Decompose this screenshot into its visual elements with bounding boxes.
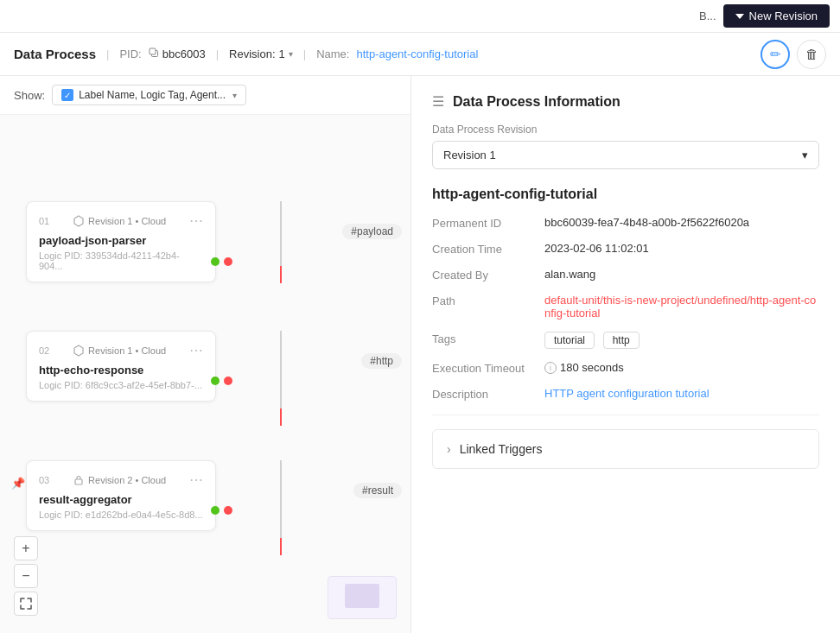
permanent-id-row: Permanent ID bbc60039-fea7-4b48-a00b-2f5… [432,216,819,230]
svg-marker-9 [74,345,83,356]
node-header: 02 Revision 1 • Cloud ⋯ [39,342,203,358]
zoom-out-button[interactable]: − [14,564,38,588]
info-icon[interactable]: i [544,362,557,374]
revision-select-value: Revision 1 [443,149,496,161]
node-title: result-aggregator [39,493,203,506]
permanent-id-value: bbc60039-fea7-4b48-a00b-2f5622f6020a [544,216,819,230]
canvas-area: 01 Revision 1 • Cloud ⋯ payload-json-par… [0,115,410,633]
node-card: 📌 03 Revision 2 • Cloud ⋯ result-aggrega… [26,460,216,531]
dot-green-icon [211,506,220,515]
page-title: Data Process [14,47,96,61]
panel-menu-icon[interactable]: ☰ [432,93,444,110]
process-name-heading: http-agent-config-tutorial [432,187,819,202]
revision-selector[interactable]: Revision: 1 ▾ [229,47,293,60]
node-pid: Logic PID: e1d262bd-e0a4-4e5c-8d8... [39,510,203,520]
revision-label: Revision: [229,47,275,60]
header: Data Process | PID: bbc6003 | Revision: … [0,33,840,76]
revision-chevron-icon: ▾ [289,49,293,59]
pin-icon: 📌 [11,477,25,490]
execution-timeout-value: i 180 seconds [544,361,819,375]
left-panel: Show: Label Name, Logic Tag, Agent... ▾ [0,76,411,633]
tags-value: tutorial http [544,332,819,349]
main-content: Show: Label Name, Logic Tag, Agent... ▾ [0,76,840,633]
tag-http: http [603,332,640,349]
creation-time-label: Creation Time [432,242,544,256]
node-more-icon[interactable]: ⋯ [189,342,203,358]
linked-triggers-label: Linked Triggers [460,442,543,456]
zoom-controls: + − [14,536,38,616]
execution-timeout-row: Execution Timeout i 180 seconds [432,361,819,375]
panel-title: Data Process Information [453,94,620,110]
path-value: default-unit/this-is-new-project/undefin… [544,294,819,320]
edit-button[interactable]: ✏ [760,40,790,69]
minimap-inner [345,584,379,608]
pid-value: bbc6003 [149,47,206,60]
svg-rect-1 [150,48,156,54]
hex-icon [73,215,85,227]
created-by-row: Created By alan.wang [432,268,819,282]
created-by-value: alan.wang [544,268,819,282]
description-value: HTTP agent configuration tutorial [544,387,819,401]
node-title: payload-json-parser [39,234,203,247]
pid-label: PID: [119,47,141,60]
fullscreen-icon [20,598,32,610]
node-revision: Revision 2 • Cloud [73,474,166,486]
node-tag: #http [361,353,402,369]
copy-icon[interactable] [149,47,159,60]
node-pid: Logic PID: 339534dd-4211-42b4-904... [39,250,203,271]
node-tag: #result [353,483,402,498]
creation-time-value: 2023-02-06 11:02:01 [544,242,819,256]
description-label: Description [432,387,544,401]
minimap [328,576,397,619]
node-header: 03 Revision 2 • Cloud ⋯ [39,472,203,488]
linked-triggers-section[interactable]: › Linked Triggers [432,429,819,469]
filter-selector[interactable]: Label Name, Logic Tag, Agent... ▾ [52,85,246,105]
execution-timeout-label: Execution Timeout [432,361,544,375]
node-tag: #payload [342,224,402,239]
node-card: 02 Revision 1 • Cloud ⋯ http-echo-respon… [26,331,216,402]
divider [432,415,819,415]
revision-select[interactable]: Revision 1 ▾ [432,141,819,169]
checkbox-checked-icon [61,89,73,101]
hex-icon [73,345,85,357]
path-row: Path default-unit/this-is-new-project/un… [432,294,819,320]
node-title: http-echo-response [39,364,203,377]
topbar-extra: B... [699,9,716,22]
zoom-in-button[interactable]: + [14,536,38,560]
delete-button[interactable]: 🗑 [797,40,826,69]
node-number: 02 [39,345,49,356]
node-number: 01 [39,216,49,226]
topbar: B... New Revision [0,0,840,33]
node-pid: Logic PID: 6f8c9cc3-af2e-45ef-8bb7-... [39,380,203,390]
name-label: Name: [316,47,349,60]
dot-green-icon [211,257,220,266]
lock-icon [73,474,85,486]
node-more-icon[interactable]: ⋯ [189,472,203,488]
new-revision-button[interactable]: New Revision [723,4,830,28]
linked-triggers-chevron-icon: › [447,442,451,456]
fullscreen-button[interactable] [14,592,38,616]
description-row: Description HTTP agent configuration tut… [432,387,819,401]
creation-time-row: Creation Time 2023-02-06 11:02:01 [432,242,819,256]
dot-red-icon [224,377,232,385]
tags-label: Tags [432,332,544,349]
dot-red-icon [224,506,232,515]
show-bar: Show: Label Name, Logic Tag, Agent... ▾ [0,76,410,115]
revision-field-label: Data Process Revision [432,123,819,136]
svg-rect-10 [75,479,82,484]
filter-chevron-icon: ▾ [232,91,237,100]
show-label: Show: [14,89,45,102]
node-header: 01 Revision 1 • Cloud ⋯ [39,212,203,229]
permanent-id-label: Permanent ID [432,216,544,230]
dot-red-icon [224,257,232,266]
revision-select-chevron-icon: ▾ [802,149,808,161]
node-number: 03 [39,475,49,485]
node-more-icon[interactable]: ⋯ [189,212,203,229]
revision-value: 1 [279,47,285,60]
dot-green-icon [211,377,220,385]
node-revision: Revision 1 • Cloud [73,345,166,357]
created-by-label: Created By [432,268,544,282]
filter-value: Label Name, Logic Tag, Agent... [79,89,226,101]
node-revision: Revision 1 • Cloud [73,215,166,227]
header-actions: ✏ 🗑 [760,40,826,69]
